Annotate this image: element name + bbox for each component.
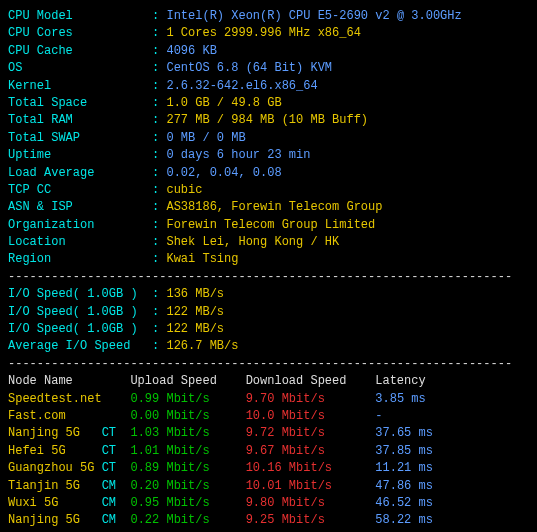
info-label: Total RAM [8,113,152,127]
speed-row: Speedtest.net 0.99 Mbit/s 9.70 Mbit/s 3.… [8,391,529,408]
io-row: I/O Speed( 1.0GB ) : 122 MB/s [8,321,529,338]
latency: 37.65 ms [375,426,433,440]
info-value: 4096 KB [166,44,216,58]
download-speed: 10.0 Mbit/s [246,409,376,423]
divider: ----------------------------------------… [8,269,529,286]
upload-speed: 0.22 Mbit/s [130,513,245,527]
sys-row: CPU Cache : 4096 KB [8,43,529,60]
latency: 11.21 ms [375,461,433,475]
sys-row: Total SWAP : 0 MB / 0 MB [8,130,529,147]
io-value: 126.7 MB/s [166,339,238,353]
node-name: Fast.com [8,409,102,423]
info-label: CPU Cores [8,26,152,40]
info-value: AS38186, Forewin Telecom Group [166,200,382,214]
node-tag: CT [102,426,131,440]
sys-row: Total Space : 1.0 GB / 49.8 GB [8,95,529,112]
latency: - [375,409,382,423]
upload-speed: 0.95 Mbit/s [130,496,245,510]
sys-row: Organization : Forewin Telecom Group Lim… [8,217,529,234]
col-latency: Latency [375,374,425,388]
node-name: Wuxi 5G [8,496,102,510]
col-download: Download Speed [246,374,376,388]
speed-row: Nanjing 5G CM 0.22 Mbit/s 9.25 Mbit/s 58… [8,512,529,529]
info-value: Forewin Telecom Group Limited [166,218,375,232]
sys-row: OS : CentOS 6.8 (64 Bit) KVM [8,60,529,77]
latency: 37.85 ms [375,444,433,458]
info-label: Kernel [8,79,152,93]
download-speed: 9.72 Mbit/s [246,426,376,440]
download-speed: 9.67 Mbit/s [246,444,376,458]
upload-speed: 0.20 Mbit/s [130,479,245,493]
download-speed: 9.80 Mbit/s [246,496,376,510]
info-value: 0 MB / 0 MB [166,131,245,145]
terminal-output: CPU Model : Intel(R) Xeon(R) CPU E5-2690… [8,8,529,532]
node-name: Speedtest.net [8,392,102,406]
download-speed: 10.01 Mbit/s [246,479,376,493]
info-value: Intel(R) Xeon(R) CPU E5-2690 v2 @ 3.00GH… [166,9,461,23]
info-value: CentOS 6.8 (64 Bit) KVM [166,61,332,75]
info-label: Location [8,235,152,249]
download-speed: 9.70 Mbit/s [246,392,376,406]
info-label: Region [8,252,152,266]
info-value: 2.6.32-642.el6.x86_64 [166,79,317,93]
io-label: I/O Speed( 1.0GB ) [8,322,152,336]
node-tag [102,409,131,423]
speed-row: Nanjing 5G CT 1.03 Mbit/s 9.72 Mbit/s 37… [8,425,529,442]
node-name: Nanjing 5G [8,513,102,527]
sys-row: TCP CC : cubic [8,182,529,199]
col-node: Node Name [8,374,130,388]
node-tag: CM [102,513,131,527]
sys-row: Kernel : 2.6.32-642.el6.x86_64 [8,78,529,95]
info-label: Total Space [8,96,152,110]
info-label: Organization [8,218,152,232]
node-name: Tianjin 5G [8,479,102,493]
sys-row: Total RAM : 277 MB / 984 MB (10 MB Buff) [8,112,529,129]
info-label: OS [8,61,152,75]
io-row: I/O Speed( 1.0GB ) : 136 MB/s [8,286,529,303]
node-tag: CT [102,461,131,475]
upload-speed: 0.89 Mbit/s [130,461,245,475]
info-value: 277 MB / 984 MB (10 MB Buff) [166,113,368,127]
latency: 46.52 ms [375,496,433,510]
node-name: Hefei 5G [8,444,102,458]
speed-row: Guangzhou 5G CT 0.89 Mbit/s 10.16 Mbit/s… [8,460,529,477]
node-tag: CM [102,479,131,493]
sys-row: ASN & ISP : AS38186, Forewin Telecom Gro… [8,199,529,216]
info-label: Total SWAP [8,131,152,145]
info-value: Kwai Tsing [166,252,238,266]
speed-header: Node Name Upload Speed Download Speed La… [8,373,529,390]
upload-speed: 0.00 Mbit/s [130,409,245,423]
node-tag [102,392,131,406]
io-value: 136 MB/s [166,287,224,301]
download-speed: 10.16 Mbit/s [246,461,376,475]
io-row: I/O Speed( 1.0GB ) : 122 MB/s [8,304,529,321]
upload-speed: 1.01 Mbit/s [130,444,245,458]
info-label: CPU Model [8,9,152,23]
info-label: TCP CC [8,183,152,197]
node-name: Nanjing 5G [8,426,102,440]
col-upload: Upload Speed [130,374,245,388]
info-label: Load Average [8,166,152,180]
info-label: ASN & ISP [8,200,152,214]
info-value: 0 days 6 hour 23 min [166,148,310,162]
info-label: Uptime [8,148,152,162]
io-value: 122 MB/s [166,322,224,336]
speed-row: Wuxi 5G CM 0.95 Mbit/s 9.80 Mbit/s 46.52… [8,495,529,512]
info-value: 1 Cores 2999.996 MHz x86_64 [166,26,360,40]
info-value: Shek Lei, Hong Kong / HK [166,235,339,249]
node-tag: CT [102,444,131,458]
sys-row: CPU Cores : 1 Cores 2999.996 MHz x86_64 [8,25,529,42]
upload-speed: 1.03 Mbit/s [130,426,245,440]
node-name: Guangzhou 5G [8,461,102,475]
io-label: I/O Speed( 1.0GB ) [8,305,152,319]
info-value: cubic [166,183,202,197]
info-value: 0.02, 0.04, 0.08 [166,166,281,180]
latency: 3.85 ms [375,392,425,406]
latency: 47.86 ms [375,479,433,493]
speed-row: Tianjin 5G CM 0.20 Mbit/s 10.01 Mbit/s 4… [8,478,529,495]
upload-speed: 0.99 Mbit/s [130,392,245,406]
sys-row: Load Average : 0.02, 0.04, 0.08 [8,165,529,182]
io-row: Average I/O Speed : 126.7 MB/s [8,338,529,355]
sys-row: Uptime : 0 days 6 hour 23 min [8,147,529,164]
download-speed: 9.25 Mbit/s [246,513,376,527]
